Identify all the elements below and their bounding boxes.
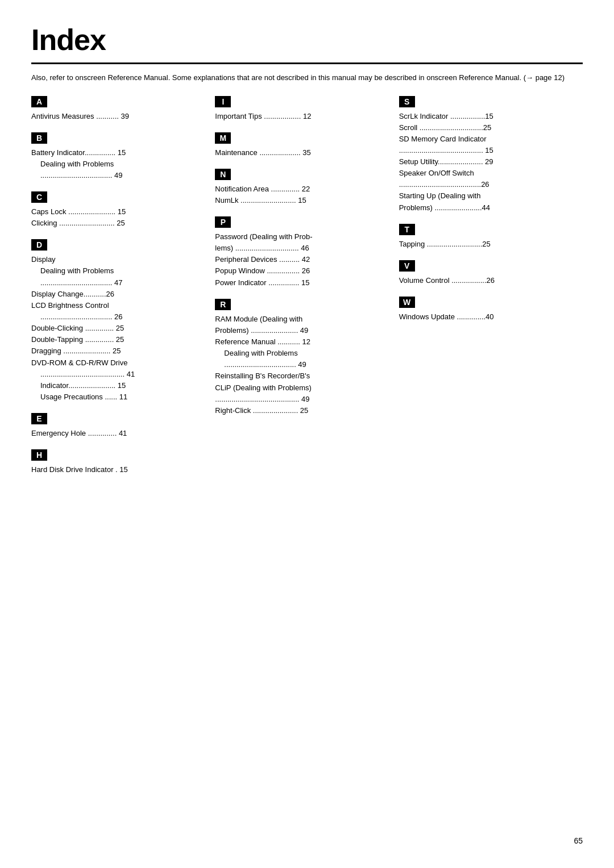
index-entry: Clicking ........................... 25	[31, 218, 205, 229]
section-entries-b: Battery Indicator............... 15Deali…	[31, 147, 205, 181]
index-entry: Dealing with Problems	[31, 158, 205, 170]
section-a: AAntivirus Measures ........... 39	[31, 96, 205, 122]
index-entry: Usage Precautions ...... 11	[31, 391, 205, 403]
section-letter-m: M	[215, 132, 231, 144]
index-entry: Dragging ....................... 25	[31, 345, 205, 357]
section-letter-d: D	[31, 239, 47, 251]
section-letter-s: S	[399, 96, 415, 107]
section-entries-e: Emergency Hole .............. 41	[31, 428, 205, 439]
section-e: EEmergency Hole .............. 41	[31, 413, 205, 439]
top-rule	[31, 62, 583, 64]
index-column-col2: IImportant Tips .................. 12MMa…	[215, 96, 399, 427]
section-p: PPassword (Dealing with Prob-lems) .....…	[215, 216, 388, 289]
index-entry: SD Memory Card Indicator	[399, 133, 572, 145]
section-letter-v: V	[399, 260, 415, 272]
section-i: IImportant Tips .................. 12	[215, 96, 388, 122]
section-letter-h: H	[31, 449, 47, 461]
index-entry: Popup Window ................ 26	[215, 265, 388, 277]
section-letter-e: E	[31, 413, 47, 424]
section-entries-d: DisplayDealing with Problems............…	[31, 254, 205, 403]
index-entry: Windows Update ..............40	[399, 311, 572, 323]
section-entries-i: Important Tips .................. 12	[215, 111, 388, 122]
index-entry: DVD-ROM & CD-R/RW Drive	[31, 357, 205, 369]
index-column-col3: SScrLk Indicator .................15Scro…	[399, 96, 583, 333]
index-entry: Starting Up (Dealing with	[399, 190, 572, 202]
index-entry: Notification Area .............. 22	[215, 183, 388, 195]
index-entry: Antivirus Measures ........... 39	[31, 111, 205, 122]
index-entry: Battery Indicator............... 15	[31, 147, 205, 158]
index-entry: Hard Disk Drive Indicator . 15	[31, 464, 205, 475]
section-letter-w: W	[399, 297, 415, 308]
index-entry: ................................... 26	[31, 311, 205, 323]
index-entry: ................................... 49	[215, 359, 388, 370]
section-h: HHard Disk Drive Indicator . 15	[31, 449, 205, 475]
section-d: DDisplayDealing with Problems...........…	[31, 239, 205, 403]
index-entry: ........................................…	[399, 145, 572, 156]
index-entry: Power Indicator ............... 15	[215, 277, 388, 289]
index-entry: ........................................…	[215, 394, 388, 405]
section-n: NNotification Area .............. 22NumL…	[215, 169, 388, 206]
section-entries-p: Password (Dealing with Prob-lems) ......…	[215, 231, 388, 289]
section-entries-a: Antivirus Measures ........... 39	[31, 111, 205, 122]
index-entry: Double-Clicking .............. 25	[31, 323, 205, 334]
index-entry: Double-Tapping .............. 25	[31, 334, 205, 345]
index-entry: Dealing with Problems	[31, 265, 205, 277]
section-w: WWindows Update ..............40	[399, 297, 572, 323]
section-letter-r: R	[215, 299, 231, 310]
intro-text: Also, refer to onscreen Reference Manual…	[31, 72, 583, 84]
section-letter-t: T	[399, 224, 415, 235]
index-entry: Emergency Hole .............. 41	[31, 428, 205, 439]
index-entry: Setup Utility...................... 29	[399, 156, 572, 168]
index-columns: AAntivirus Measures ........... 39BBatte…	[31, 96, 583, 486]
index-entry: Display Change...........26	[31, 289, 205, 300]
index-entry: Maintenance .................... 35	[215, 147, 388, 158]
section-t: TTapping ...........................25	[399, 224, 572, 250]
index-entry: Right-Click ...................... 25	[215, 405, 388, 416]
index-entry: Display	[31, 254, 205, 265]
index-entry: CLiP (Dealing with Problems)	[215, 382, 388, 394]
section-letter-a: A	[31, 96, 47, 107]
index-entry: Reinstalling B's Recorder/B's	[215, 370, 388, 382]
index-entry: Caps Lock ....................... 15	[31, 206, 205, 218]
section-entries-r: RAM Module (Dealing withProblems) ......…	[215, 314, 388, 416]
section-entries-w: Windows Update ..............40	[399, 311, 572, 323]
index-entry: lems) ............................... 46	[215, 243, 388, 254]
index-entry: NumLk ........................... 15	[215, 195, 388, 206]
index-entry: Dealing with Problems	[215, 348, 388, 359]
section-entries-t: Tapping ...........................25	[399, 239, 572, 250]
section-entries-n: Notification Area .............. 22NumLk…	[215, 183, 388, 206]
index-entry: ................................... 49	[31, 170, 205, 181]
section-b: BBattery Indicator............... 15Deal…	[31, 132, 205, 181]
section-s: SScrLk Indicator .................15Scro…	[399, 96, 572, 214]
index-entry: Peripheral Devices .......... 42	[215, 254, 388, 265]
index-entry: Problems) .......................44	[399, 202, 572, 214]
section-c: CCaps Lock ....................... 15Cli…	[31, 191, 205, 229]
section-entries-c: Caps Lock ....................... 15Clic…	[31, 206, 205, 229]
page-number: 65	[574, 836, 583, 845]
section-letter-n: N	[215, 169, 231, 180]
index-entry: ................................... 47	[31, 277, 205, 289]
index-entry: Tapping ...........................25	[399, 239, 572, 250]
section-m: MMaintenance .................... 35	[215, 132, 388, 158]
index-entry: RAM Module (Dealing with	[215, 314, 388, 325]
index-column-col1: AAntivirus Measures ........... 39BBatte…	[31, 96, 215, 486]
section-entries-m: Maintenance .................... 35	[215, 147, 388, 158]
index-entry: ........................................…	[31, 369, 205, 380]
section-r: RRAM Module (Dealing withProblems) .....…	[215, 299, 388, 416]
index-entry: Volume Control .................26	[399, 275, 572, 286]
index-entry: Problems) ....................... 49	[215, 325, 388, 336]
index-entry: Speaker On/Off Switch	[399, 168, 572, 179]
index-entry: Indicator....................... 15	[31, 380, 205, 391]
index-entry: Scroll ...............................25	[399, 122, 572, 133]
section-letter-b: B	[31, 132, 47, 144]
section-entries-v: Volume Control .................26	[399, 275, 572, 286]
index-entry: ........................................…	[399, 179, 572, 190]
section-entries-h: Hard Disk Drive Indicator . 15	[31, 464, 205, 475]
section-letter-p: P	[215, 216, 231, 228]
section-letter-i: I	[215, 96, 231, 107]
index-entry: Password (Dealing with Prob-	[215, 231, 388, 243]
index-entry: LCD Brightness Control	[31, 300, 205, 311]
section-v: VVolume Control .................26	[399, 260, 572, 286]
page-title: Index	[31, 23, 583, 57]
section-letter-c: C	[31, 191, 47, 203]
